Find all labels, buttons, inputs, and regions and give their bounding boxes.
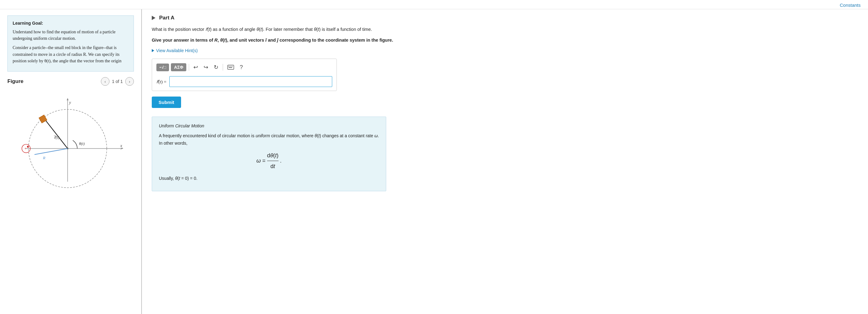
- svg-line-8: [46, 121, 67, 149]
- info-box-formula: ω = dθ(t) dt .: [159, 151, 379, 171]
- keyboard-icon: [227, 65, 234, 70]
- learning-goal-box: Learning Goal: Understand how to find th…: [7, 15, 134, 71]
- redo-btn[interactable]: ↪: [202, 63, 210, 72]
- help-btn[interactable]: ?: [238, 63, 245, 72]
- part-a-question: What is the position vector r⃗(t) as a f…: [152, 26, 858, 33]
- info-box: Uniform Circular Motion A frequently enc…: [152, 117, 386, 191]
- part-a-title: Part A: [159, 15, 174, 21]
- info-box-text: A frequently encountered kind of circula…: [159, 132, 379, 147]
- svg-rect-22: [232, 66, 232, 67]
- learning-goal-p1: Understand how to find the equation of m…: [13, 29, 129, 42]
- answer-box: ▪ √□ ΑΣΦ ↩ ↪ ↻: [152, 59, 337, 91]
- hint-link-label: View Available Hint(s): [156, 48, 198, 53]
- matrix-icon: ▪: [159, 65, 161, 69]
- part-a-header: Part A: [152, 15, 858, 21]
- svg-marker-5: [67, 98, 68, 100]
- learning-goal-title: Learning Goal:: [13, 20, 129, 27]
- learning-goal-p2: Consider a particle--the small red block…: [13, 44, 129, 64]
- left-panel: Learning Goal: Understand how to find th…: [0, 9, 142, 314]
- info-box-title: Uniform Circular Motion: [159, 122, 379, 130]
- reset-btn[interactable]: ↻: [212, 63, 220, 72]
- svg-line-9: [35, 149, 67, 155]
- svg-text:R: R: [42, 156, 45, 160]
- top-bar: Constants: [0, 0, 868, 9]
- math-toolbar: ▪ √□ ΑΣΦ ↩ ↪ ↻: [156, 63, 332, 72]
- svg-text:+: +: [24, 147, 27, 151]
- constants-link[interactable]: Constants: [840, 2, 861, 8]
- svg-rect-19: [228, 66, 229, 67]
- figure-page-indicator: 1 of 1: [112, 79, 123, 84]
- math-radical-icon: √□: [161, 65, 166, 70]
- figure-next-btn[interactable]: ›: [125, 77, 134, 86]
- submit-btn[interactable]: Submit: [152, 97, 181, 108]
- matrix-math-btn[interactable]: ▪ √□: [156, 64, 169, 71]
- svg-text:θ(t): θ(t): [79, 142, 85, 146]
- toolbar-sep-1: [189, 64, 189, 71]
- figure-prev-btn[interactable]: ‹: [101, 77, 110, 86]
- svg-point-17: [27, 146, 29, 148]
- hint-link[interactable]: View Available Hint(s): [152, 48, 858, 53]
- info-box-footer: Usually, θ(t = 0) = 0.: [159, 175, 379, 182]
- svg-text:x: x: [120, 144, 122, 148]
- answer-input[interactable]: [169, 76, 332, 87]
- answer-label: r⃗(t) =: [156, 79, 166, 85]
- figure-canvas: x y R: [7, 90, 134, 195]
- greek-btn[interactable]: ΑΣΦ: [171, 63, 186, 71]
- figure-section: Figure ‹ 1 of 1 › x y: [7, 77, 134, 195]
- figure-svg: x y R: [7, 90, 134, 195]
- svg-text:y: y: [68, 100, 71, 105]
- toolbar-sep-2: [223, 64, 223, 71]
- right-panel: Part A What is the position vector r⃗(t)…: [142, 9, 868, 314]
- keyboard-btn[interactable]: [225, 64, 236, 71]
- hint-triangle-icon: [152, 49, 154, 52]
- part-a-collapse-btn[interactable]: [152, 16, 155, 20]
- main-layout: Learning Goal: Understand how to find th…: [0, 9, 868, 314]
- part-a-instruction: Give your answer in terms of R, θ(t), an…: [152, 37, 858, 44]
- svg-rect-23: [228, 67, 232, 68]
- figure-header: Figure ‹ 1 of 1 ›: [7, 77, 134, 86]
- svg-rect-21: [231, 66, 231, 67]
- answer-row: r⃗(t) =: [156, 76, 332, 87]
- svg-text:→: →: [53, 134, 56, 137]
- svg-rect-20: [229, 66, 230, 67]
- undo-btn[interactable]: ↩: [191, 63, 200, 72]
- figure-title: Figure: [7, 78, 24, 85]
